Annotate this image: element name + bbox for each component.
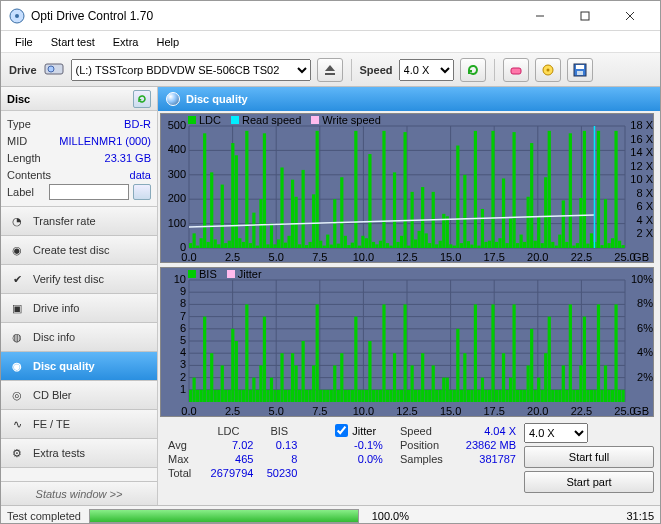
minimize-button[interactable] xyxy=(517,1,562,30)
svg-rect-301 xyxy=(421,353,424,402)
erase-button[interactable] xyxy=(503,58,529,82)
svg-rect-317 xyxy=(477,390,480,402)
menu-help[interactable]: Help xyxy=(148,34,187,50)
svg-rect-297 xyxy=(407,390,410,402)
save-button[interactable] xyxy=(567,58,593,82)
refresh-speed-button[interactable] xyxy=(460,58,486,82)
svg-rect-265 xyxy=(294,365,297,402)
eject-button[interactable] xyxy=(317,58,343,82)
svg-text:GB: GB xyxy=(633,251,649,263)
nav-transfer-rate[interactable]: ◔Transfer rate xyxy=(1,207,157,236)
nav-disc-quality[interactable]: ◉Disc quality xyxy=(1,352,157,381)
toolbar: Drive (L:) TSSTcorp BDDVDW SE-506CB TS02… xyxy=(1,53,660,87)
nav-cd-bler[interactable]: ◎CD Bler xyxy=(1,381,157,410)
maximize-button[interactable] xyxy=(562,1,607,30)
options-button[interactable] xyxy=(535,58,561,82)
svg-rect-260 xyxy=(277,390,280,402)
svg-rect-127 xyxy=(425,233,428,248)
svg-rect-85 xyxy=(277,239,280,248)
svg-rect-149 xyxy=(502,178,505,248)
disc-type-label: Type xyxy=(7,118,31,130)
speed-select[interactable]: 4.0 X xyxy=(399,59,454,81)
svg-text:15.0: 15.0 xyxy=(440,251,461,263)
drive-icon xyxy=(43,60,65,80)
svg-rect-79 xyxy=(256,246,259,248)
svg-rect-332 xyxy=(530,329,533,402)
svg-rect-264 xyxy=(291,353,294,402)
bis-chart: 123456789100.02.55.07.510.012.515.017.52… xyxy=(160,267,654,417)
svg-rect-313 xyxy=(463,353,466,402)
nav-create-test-disc[interactable]: ◉Create test disc xyxy=(1,236,157,265)
svg-rect-94 xyxy=(309,242,312,248)
svg-rect-82 xyxy=(266,244,269,248)
svg-text:10 X: 10 X xyxy=(630,173,653,185)
svg-rect-158 xyxy=(534,241,537,248)
svg-rect-348 xyxy=(586,390,589,402)
jitter-checkbox[interactable]: Jitter xyxy=(335,424,383,437)
svg-rect-160 xyxy=(541,243,544,248)
svg-rect-120 xyxy=(400,236,403,248)
svg-text:6 X: 6 X xyxy=(636,200,653,212)
app-icon xyxy=(9,8,25,24)
svg-rect-150 xyxy=(505,243,508,248)
svg-rect-287 xyxy=(372,390,375,402)
svg-rect-171 xyxy=(579,198,582,248)
gauge-icon: ◔ xyxy=(9,213,25,229)
disc-label-apply-button[interactable] xyxy=(133,184,151,200)
start-full-button[interactable]: Start full xyxy=(524,446,654,468)
svg-rect-282 xyxy=(354,317,357,402)
svg-rect-167 xyxy=(565,242,568,248)
svg-rect-270 xyxy=(312,365,315,402)
svg-rect-88 xyxy=(287,236,290,248)
disc-length-value: 23.31 GB xyxy=(105,152,151,164)
nav-verify-test-disc[interactable]: ✔Verify test disc xyxy=(1,265,157,294)
gear-icon: ⚙ xyxy=(9,445,25,461)
svg-rect-128 xyxy=(428,243,431,248)
svg-rect-178 xyxy=(604,199,607,248)
nav-extra-tests[interactable]: ⚙Extra tests xyxy=(1,439,157,468)
svg-rect-309 xyxy=(449,390,452,402)
svg-rect-336 xyxy=(544,353,547,402)
menu-start-test[interactable]: Start test xyxy=(43,34,103,50)
menu-extra[interactable]: Extra xyxy=(105,34,147,50)
svg-rect-13 xyxy=(576,65,584,69)
svg-rect-109 xyxy=(361,236,364,248)
svg-rect-274 xyxy=(326,390,329,402)
disc-label-input[interactable] xyxy=(49,184,129,200)
test-speed-select[interactable]: 4.0 X xyxy=(524,423,588,443)
menu-bar: File Start test Extra Help xyxy=(1,31,660,53)
svg-rect-338 xyxy=(551,390,554,402)
svg-point-11 xyxy=(546,68,549,71)
close-button[interactable] xyxy=(607,1,652,30)
svg-rect-8 xyxy=(325,73,335,75)
disc-refresh-button[interactable] xyxy=(133,90,151,108)
svg-rect-276 xyxy=(333,365,336,402)
nav-drive-info[interactable]: ▣Drive info xyxy=(1,294,157,323)
svg-rect-91 xyxy=(298,244,301,248)
svg-rect-99 xyxy=(326,235,329,248)
svg-rect-177 xyxy=(600,245,603,248)
svg-text:GB: GB xyxy=(633,405,649,417)
start-part-button[interactable]: Start part xyxy=(524,471,654,493)
svg-rect-161 xyxy=(544,177,547,248)
drive-select[interactable]: (L:) TSSTcorp BDDVDW SE-506CB TS02 xyxy=(71,59,311,81)
svg-rect-329 xyxy=(520,390,523,402)
svg-rect-68 xyxy=(217,244,220,248)
svg-rect-266 xyxy=(298,390,301,402)
status-window-toggle[interactable]: Status window >> xyxy=(1,481,157,505)
svg-rect-110 xyxy=(365,238,368,248)
svg-rect-180 xyxy=(611,238,614,248)
svg-text:17.5: 17.5 xyxy=(483,251,504,263)
svg-rect-269 xyxy=(309,390,312,402)
menu-file[interactable]: File xyxy=(7,34,41,50)
svg-rect-142 xyxy=(477,246,480,248)
svg-text:8 X: 8 X xyxy=(636,187,653,199)
svg-rect-141 xyxy=(474,131,477,248)
svg-rect-273 xyxy=(323,390,326,402)
svg-rect-337 xyxy=(548,317,551,402)
nav-fe-te[interactable]: ∿FE / TE xyxy=(1,410,157,439)
svg-rect-331 xyxy=(527,365,530,402)
elapsed-time: 31:15 xyxy=(614,510,654,522)
svg-rect-71 xyxy=(228,241,231,248)
nav-disc-info[interactable]: ◍Disc info xyxy=(1,323,157,352)
